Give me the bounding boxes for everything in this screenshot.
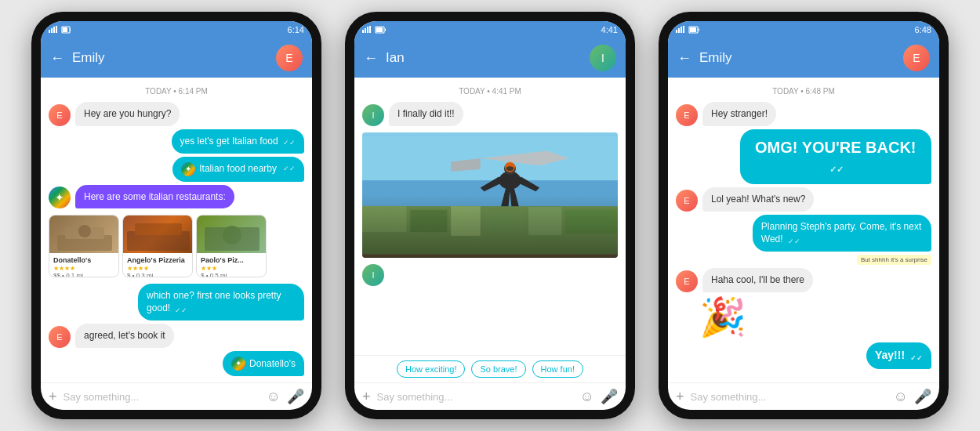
avatar-ian-small: I (362, 104, 384, 126)
svg-rect-28 (699, 29, 699, 31)
msg-row: E Lol yeah! What's new? (676, 187, 931, 212)
status-icons-1 (49, 26, 71, 34)
emoji-button-3[interactable]: ☺ (894, 389, 908, 405)
msg-row: Yay!!! ✓✓ (676, 342, 931, 369)
add-button-3[interactable]: + (676, 389, 684, 405)
avatar-incoming: E (49, 104, 71, 126)
avatar-incoming-2: E (49, 326, 71, 348)
status-time-2: 4:41 (601, 25, 618, 34)
chat-header-2: ← Ian I (354, 38, 626, 78)
msg-row: Planning Steph's party. Come, it's next … (676, 215, 931, 252)
msg-row: E Hey stranger! (676, 102, 931, 126)
svg-rect-12 (385, 29, 386, 31)
avatar-ian-small-2: I (362, 264, 384, 286)
assistant-icon-small: ✦ (181, 162, 195, 176)
mic-button-3[interactable]: 🎤 (914, 388, 931, 405)
date-label-3: TODAY • 6:48 PM (676, 87, 931, 96)
restaurant-name-2: Angelo's Pizzeria (127, 256, 188, 265)
msg-row: yes let's get Italian food ✓✓ (49, 129, 304, 154)
phone-3: 6:48 ← Emily E TODAY • 6:48 PM E Hey str… (659, 12, 949, 419)
chat-name-1: Emily (72, 50, 268, 66)
restaurant-meta-3: $ • 0.5 mi (201, 272, 262, 277)
quick-reply-fun[interactable]: How fun! (532, 360, 583, 378)
photo-overlay (362, 195, 618, 258)
restaurant-img-3 (197, 216, 266, 253)
add-button-1[interactable]: + (49, 389, 57, 405)
bubble-which: which one? first one looks pretty good! … (138, 284, 304, 321)
back-button-1[interactable]: ← (50, 50, 64, 67)
status-time-1: 6:14 (288, 25, 304, 34)
restaurant-img-1 (49, 216, 118, 253)
status-icons-3 (676, 26, 699, 34)
input-placeholder-3[interactable]: Say something... (691, 391, 887, 403)
avatar-emily-small-4: E (676, 190, 698, 212)
skydive-photo (362, 132, 618, 258)
msg-row: ✦ Donatello's (49, 351, 304, 376)
chat-header-3: ← Emily E (668, 38, 939, 78)
bubble-outgoing: yes let's get Italian food ✓✓ (172, 129, 304, 154)
msg-row-confetti: 🎉 (676, 295, 931, 339)
party-icon: 🎉 (684, 295, 746, 339)
check-mark: ✓✓ (175, 306, 187, 314)
restaurant-stars-3: ★★★ (201, 265, 262, 272)
bubble-planning: Planning Steph's party. Come, it's next … (753, 215, 931, 252)
avatar-emily-3: E (903, 45, 930, 71)
add-button-2[interactable]: + (362, 389, 371, 405)
bubble-agreed: agreed, let's book it (75, 324, 174, 348)
restaurant-img-2 (123, 216, 192, 253)
svg-rect-27 (690, 27, 696, 32)
svg-rect-1 (63, 27, 67, 32)
emoji-button-1[interactable]: ☺ (267, 389, 281, 405)
messages-area-1[interactable]: TODAY • 6:14 PM E Hey are you hungry? ye… (41, 78, 312, 382)
input-bar-1: + Say something... ☺ 🎤 (41, 382, 312, 410)
phone-2: 4:41 ← Ian I TODAY • 4:41 PM I I finally… (345, 12, 635, 419)
msg-row: E Haha cool, I'll be there (676, 268, 931, 292)
svg-point-25 (506, 166, 514, 171)
back-button-3[interactable]: ← (677, 50, 691, 67)
svg-rect-11 (376, 27, 383, 32)
quick-reply-brave[interactable]: So brave! (471, 360, 525, 378)
restaurant-card-1[interactable]: Donatello's ★★★★ $$ • 0.1 mi Italian (49, 215, 119, 277)
check-mark: ✓✓ (788, 237, 800, 245)
input-placeholder-2[interactable]: Say something... (377, 391, 574, 403)
avatar-emily-small-5: E (676, 270, 698, 292)
quick-reply-exciting[interactable]: How exciting! (397, 360, 465, 378)
avatar-emily-small-3: E (676, 104, 698, 126)
quick-reply-bar: How exciting! So brave! How fun! (354, 355, 626, 382)
bubble-stranger: Hey stranger! (702, 102, 776, 126)
date-label-1: TODAY • 6:14 PM (49, 87, 304, 96)
restaurant-card-3[interactable]: Paolo's Piz... ★★★ $ • 0.5 mi Italian (196, 215, 267, 277)
msg-row: E agreed, let's book it (49, 324, 304, 348)
restaurant-card-2[interactable]: Angelo's Pizzeria ★★★★ $ • 0.3 mi Italia… (122, 215, 193, 277)
input-bar-3: + Say something... ☺ 🎤 (668, 382, 939, 410)
check-mark: ✓✓ (910, 354, 923, 362)
restaurant-info-1: Donatello's ★★★★ $$ • 0.1 mi Italian (49, 253, 118, 277)
msg-row: E Hey are you hungry? (49, 102, 304, 126)
restaurant-stars-1: ★★★★ (53, 265, 114, 272)
avatar-emily-1: E (276, 45, 303, 71)
msg-row: which one? first one looks pretty good! … (49, 284, 304, 321)
msg-row-surprise: But shhhh it's a surprise (676, 255, 931, 265)
restaurant-name-1: Donatello's (53, 256, 114, 265)
msg-row-avatar-only: I (362, 264, 618, 286)
bubble-lol: Lol yeah! What's new? (702, 187, 814, 212)
messages-area-2[interactable]: TODAY • 4:41 PM I I finally did it!! (354, 78, 626, 355)
messages-area-3[interactable]: TODAY • 6:48 PM E Hey stranger! OMG! YOU… (668, 78, 939, 382)
status-bar-3: 6:48 (668, 21, 939, 38)
msg-row-assistant: ✦ Here are some italian restaurants: (49, 185, 304, 209)
restaurant-cards[interactable]: Donatello's ★★★★ $$ • 0.1 mi Italian Ang… (49, 215, 304, 277)
svg-point-5 (78, 225, 91, 237)
mic-button-2[interactable]: 🎤 (601, 388, 618, 405)
status-icons-2 (362, 26, 386, 34)
back-button-2[interactable]: ← (364, 50, 378, 67)
svg-point-9 (223, 226, 241, 244)
restaurant-name-3: Paolo's Piz... (201, 256, 262, 265)
surprise-note: But shhhh it's a surprise (857, 255, 931, 265)
input-placeholder-1[interactable]: Say something... (64, 391, 260, 403)
emoji-button-2[interactable]: ☺ (580, 389, 594, 405)
svg-rect-2 (70, 29, 71, 31)
mic-button-1[interactable]: 🎤 (287, 388, 304, 405)
assistant-icon: ✦ (49, 187, 71, 208)
avatar-ian: I (590, 45, 616, 71)
input-bar-2: + Say something... ☺ 🎤 (354, 382, 626, 410)
